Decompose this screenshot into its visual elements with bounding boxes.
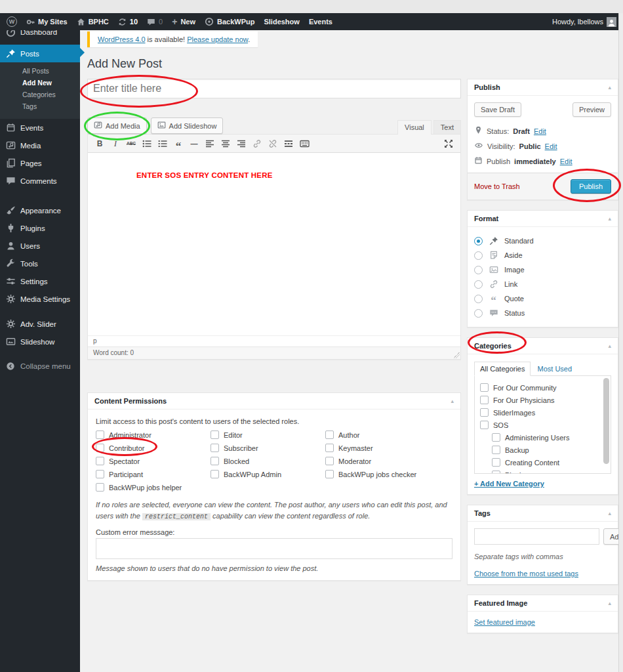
collapse-toggle-icon[interactable]: ▴ [608, 343, 611, 349]
backwpup-menu[interactable]: BackWPup [205, 17, 254, 26]
format-option-quote[interactable]: “ Quote [474, 291, 611, 306]
format-option-standard[interactable]: Standard [474, 234, 611, 248]
sidebar-item-media[interactable]: Media [0, 136, 80, 154]
sidebar-item-comments[interactable]: Comments [0, 172, 80, 190]
distraction-free-button[interactable] [442, 137, 455, 150]
sidebar-item-dashboard[interactable]: Dashboard [0, 30, 80, 38]
role-author[interactable]: Author [325, 430, 452, 439]
sidebar-item-adv-slider[interactable]: Adv. Slider [0, 315, 80, 333]
radio[interactable] [474, 295, 483, 303]
category-sliderimages[interactable]: SliderImages [480, 406, 611, 419]
page-scrollbar[interactable] [618, 13, 623, 672]
editor-resize-handle[interactable] [453, 352, 460, 358]
category-for-our-physicians[interactable]: For Our Physicians [480, 394, 611, 406]
category-checkbox[interactable] [480, 396, 489, 404]
category-creating-content[interactable]: Creating Content [492, 456, 611, 469]
category-checkbox[interactable] [480, 408, 489, 417]
role-checkbox[interactable] [96, 470, 104, 478]
collapse-toggle-icon[interactable]: ▴ [451, 398, 454, 404]
updates-menu[interactable]: 10 [118, 18, 138, 26]
save-draft-button[interactable]: Save Draft [474, 102, 521, 117]
category-scrollbar[interactable] [603, 378, 609, 471]
role-checkbox[interactable] [325, 444, 334, 452]
horizontal-rule-button[interactable]: — [188, 137, 201, 150]
slideshow-menu[interactable]: Slideshow [264, 18, 299, 26]
role-blocked[interactable]: Blocked [211, 457, 325, 465]
format-option-image[interactable]: Image [474, 262, 611, 277]
sidebar-item-tools[interactable]: Tools [0, 255, 80, 272]
tags-input[interactable] [474, 528, 599, 545]
radio[interactable] [474, 309, 483, 318]
edit-schedule-link[interactable]: Edit [560, 158, 573, 165]
role-editor[interactable]: Editor [211, 430, 325, 439]
category-checkbox[interactable] [480, 421, 489, 429]
scrollbar-thumb[interactable] [603, 378, 609, 464]
bullet-list-button[interactable] [140, 137, 153, 150]
blockquote-button[interactable]: “ [172, 137, 185, 150]
post-title-input[interactable] [87, 79, 461, 98]
role-subscriber[interactable]: Subscriber [211, 444, 325, 452]
wordpress-version-link[interactable]: WordPress 4.0 [98, 35, 146, 43]
tab-text[interactable]: Text [433, 120, 461, 134]
role-checkbox[interactable] [211, 470, 219, 478]
set-featured-image-link[interactable]: Set featured image [474, 618, 535, 626]
radio[interactable] [474, 251, 483, 260]
role-checkbox[interactable] [96, 483, 104, 492]
choose-most-used-tags-link[interactable]: Choose from the most used tags [474, 570, 578, 578]
radio[interactable] [474, 266, 483, 274]
category-checkbox[interactable] [492, 446, 500, 454]
sidebar-subitem-categories[interactable]: Categories [0, 89, 80, 100]
role-checkbox[interactable] [325, 457, 334, 465]
role-backwpup-jobs-checker[interactable]: BackWPup jobs checker [325, 470, 452, 478]
sidebar-subitem-add-new[interactable]: Add New [0, 77, 80, 89]
tab-all-categories[interactable]: All Categories [474, 362, 531, 376]
radio[interactable] [474, 280, 483, 289]
align-right-button[interactable] [235, 137, 248, 150]
role-administrator[interactable]: Administrator [96, 430, 211, 439]
custom-error-textarea[interactable] [96, 538, 452, 559]
radio-selected[interactable] [474, 237, 483, 245]
role-checkbox[interactable] [96, 430, 104, 439]
preview-button[interactable]: Preview [573, 102, 611, 117]
sidebar-item-events[interactable]: Events [0, 119, 80, 136]
toolbar-toggle-button[interactable] [298, 137, 311, 150]
publish-button[interactable]: Publish [571, 179, 611, 194]
sidebar-item-settings[interactable]: Settings [0, 272, 80, 290]
role-checkbox[interactable] [211, 430, 219, 439]
numbered-list-button[interactable] [156, 137, 169, 150]
my-sites-menu[interactable]: My Sites [26, 18, 68, 26]
insert-link-button[interactable] [251, 137, 264, 150]
comments-menu[interactable]: 0 [147, 18, 163, 26]
editor-content-area[interactable]: ENTER SOS ENTRY CONTENT HERE [88, 153, 460, 335]
publish-header[interactable]: Publish ▴ [468, 79, 618, 96]
align-left-button[interactable] [203, 137, 216, 150]
tags-header[interactable]: Tags ▴ [468, 505, 618, 522]
edit-visibility-link[interactable]: Edit [545, 142, 557, 150]
role-participant[interactable]: Participant [96, 470, 211, 478]
category-plugins[interactable]: Plugins [492, 469, 611, 474]
bold-button[interactable]: B [93, 137, 106, 150]
collapse-menu-button[interactable]: Collapse menu [0, 358, 80, 375]
collapse-toggle-icon[interactable]: ▴ [608, 215, 611, 222]
sidebar-item-plugins[interactable]: Plugins [0, 219, 80, 237]
events-menu[interactable]: Events [309, 18, 332, 26]
tab-most-used[interactable]: Most Used [531, 362, 578, 375]
howdy-account-menu[interactable]: Howdy, lbellows [552, 17, 616, 27]
category-backup[interactable]: Backup [492, 444, 611, 456]
format-option-status[interactable]: Status [474, 306, 611, 320]
sidebar-item-appearance[interactable]: Appearance [0, 201, 80, 219]
new-content-menu[interactable]: + New [172, 16, 195, 27]
sidebar-item-pages[interactable]: Pages [0, 154, 80, 172]
category-checkbox[interactable] [480, 383, 489, 392]
role-spectator[interactable]: Spectator [96, 457, 211, 465]
role-checkbox[interactable] [325, 470, 334, 478]
format-header[interactable]: Format ▴ [468, 211, 618, 227]
role-keymaster[interactable]: Keymaster [325, 444, 452, 452]
category-for-our-community[interactable]: For Our Community [480, 381, 611, 394]
role-moderator[interactable]: Moderator [325, 457, 452, 465]
category-administering-users[interactable]: Administering Users [492, 431, 611, 444]
sidebar-item-slideshow[interactable]: Slideshow [0, 333, 80, 350]
category-sos[interactable]: SOS [480, 419, 611, 431]
site-menu[interactable]: BPHC [77, 18, 109, 26]
collapse-toggle-icon[interactable]: ▴ [608, 600, 611, 606]
